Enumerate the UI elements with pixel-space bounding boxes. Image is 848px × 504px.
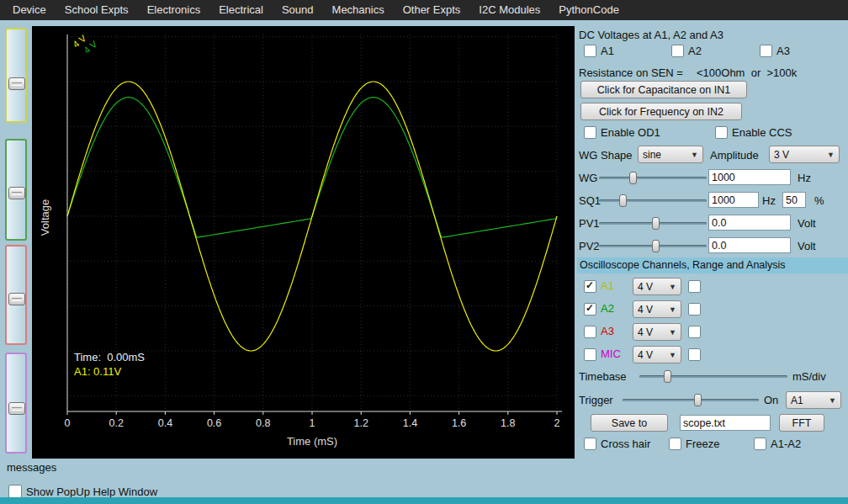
frequency-button[interactable]: Click for Frequency on IN2 xyxy=(580,103,742,120)
fft-button[interactable]: FFT xyxy=(779,414,824,432)
slider-handle[interactable] xyxy=(664,370,671,383)
amplitude-value: 3 V xyxy=(774,149,789,161)
slider-track xyxy=(599,199,707,202)
channel-mic-label: MIC xyxy=(601,347,621,360)
menu-i2c-modules[interactable]: I2C Modules xyxy=(469,0,549,20)
menu-school-expts[interactable]: School Expts xyxy=(56,0,138,20)
wg-frequency-input[interactable] xyxy=(708,169,791,185)
slider-handle[interactable] xyxy=(8,402,25,415)
show-popup-help-checkbox[interactable]: Show PopUp Help Window xyxy=(8,485,157,498)
dc-a2-label: A2 xyxy=(688,45,702,57)
channel-a1-enable-checkbox[interactable] xyxy=(584,280,596,293)
svg-text:1: 1 xyxy=(310,417,315,429)
channel-a2-offset-slider[interactable] xyxy=(5,139,27,241)
channel-a1-range-select[interactable]: 4 V▼ xyxy=(633,278,681,295)
chevron-down-icon: ▼ xyxy=(691,151,698,159)
wg-unit-label: Hz xyxy=(798,172,811,184)
dc-a2-checkbox[interactable]: A2 xyxy=(671,45,702,57)
trigger-slider[interactable] xyxy=(623,394,759,406)
slider-track xyxy=(599,177,707,179)
channel-a3-range-value: 4 V xyxy=(638,326,653,338)
checkbox-box xyxy=(669,438,681,450)
pv1-unit-label: Volt xyxy=(798,217,816,230)
pv2-slider[interactable] xyxy=(599,240,707,252)
pv2-unit-label: Volt xyxy=(798,240,816,252)
enable-od1-checkbox[interactable]: Enable OD1 xyxy=(584,126,660,139)
channel-a3-offset-slider[interactable] xyxy=(5,245,27,345)
show-popup-help-label: Show PopUp Help Window xyxy=(26,485,157,498)
a1-a2-checkbox[interactable]: A1-A2 xyxy=(754,438,801,450)
channel-mic-enable-checkbox[interactable] xyxy=(584,348,596,361)
channel-mic-analysis-checkbox[interactable] xyxy=(688,348,701,361)
pv2-input[interactable] xyxy=(708,237,791,253)
menu-electronics[interactable]: Electronics xyxy=(138,0,210,20)
wg-slider[interactable] xyxy=(599,172,707,184)
channel-mic-range-value: 4 V xyxy=(638,349,653,361)
menu-other-expts[interactable]: Other Expts xyxy=(394,0,470,20)
crosshair-checkbox[interactable]: Cross hair xyxy=(584,438,650,450)
svg-text:0: 0 xyxy=(65,417,71,429)
dc-a3-label: A3 xyxy=(776,45,790,57)
channel-mic-offset-slider[interactable] xyxy=(5,353,27,454)
slider-handle[interactable] xyxy=(8,77,25,90)
scope-plot[interactable]: 00.20.40.60.811.21.41.61.82 Voltage Time… xyxy=(32,26,575,459)
svg-text:1.8: 1.8 xyxy=(501,417,515,429)
y-axis-label: Voltage xyxy=(39,199,51,236)
channel-a2-range-value: 4 V xyxy=(638,304,653,316)
checkbox-box xyxy=(715,126,728,139)
dc-a1-checkbox[interactable]: A1 xyxy=(584,45,614,57)
checkbox-box xyxy=(671,45,684,57)
trigger-channel-value: A1 xyxy=(791,395,803,406)
checkbox-box xyxy=(584,45,596,57)
sq1-duty-input[interactable] xyxy=(782,192,806,208)
slider-handle[interactable] xyxy=(694,394,702,406)
cursor-time-readout: Time: 0.00mS xyxy=(74,351,145,363)
pv1-slider[interactable] xyxy=(599,217,707,230)
channel-a1-offset-slider[interactable] xyxy=(5,28,27,123)
slider-handle[interactable] xyxy=(8,187,25,199)
chevron-down-icon: ▼ xyxy=(827,151,835,159)
amplitude-select[interactable]: 3 V ▼ xyxy=(769,146,840,163)
menu-pythoncode[interactable]: PythonCode xyxy=(549,0,628,20)
trigger-channel-select[interactable]: A1 ▼ xyxy=(786,391,841,409)
channel-a2-label: A2 xyxy=(601,302,614,315)
channel-a3-range-select[interactable]: 4 V▼ xyxy=(633,323,681,341)
sq1-slider[interactable] xyxy=(599,194,707,207)
dc-a3-checkbox[interactable]: A3 xyxy=(760,45,790,57)
wg-shape-select[interactable]: sine ▼ xyxy=(638,146,703,163)
timebase-slider[interactable] xyxy=(639,370,787,383)
channel-a2-enable-checkbox[interactable] xyxy=(584,303,596,316)
filename-input[interactable] xyxy=(680,415,771,431)
slider-handle[interactable] xyxy=(619,194,627,207)
channel-a3-enable-checkbox[interactable] xyxy=(584,326,596,338)
menu-sound[interactable]: Sound xyxy=(273,0,323,20)
pv1-input[interactable] xyxy=(708,215,791,231)
menu-electrical[interactable]: Electrical xyxy=(209,0,273,20)
slider-handle[interactable] xyxy=(8,293,25,305)
enable-ccs-label: Enable CCS xyxy=(732,126,792,139)
channel-a1-analysis-checkbox[interactable] xyxy=(688,280,701,293)
svg-text:0.2: 0.2 xyxy=(109,417,124,429)
trigger-on-label: On xyxy=(764,394,778,406)
channel-mic-range-select[interactable]: 4 V▼ xyxy=(633,346,681,363)
channel-a2-range-select[interactable]: 4 V▼ xyxy=(633,300,681,318)
enable-ccs-checkbox[interactable]: Enable CCS xyxy=(715,126,792,139)
save-button[interactable]: Save to xyxy=(591,414,668,432)
freeze-checkbox[interactable]: Freeze xyxy=(669,438,719,450)
svg-text:0.8: 0.8 xyxy=(256,417,270,429)
checkbox-box xyxy=(584,438,596,450)
channels-section-header: Oscilloscope Channels, Range and Analysi… xyxy=(577,257,848,273)
channel-row-a1: A14 V▼ xyxy=(577,278,848,296)
slider-handle[interactable] xyxy=(629,172,637,184)
channel-a3-analysis-checkbox[interactable] xyxy=(688,326,701,338)
channel-a2-analysis-checkbox[interactable] xyxy=(688,303,701,316)
slider-handle[interactable] xyxy=(652,217,660,230)
sq1-frequency-input[interactable] xyxy=(708,192,759,208)
slider-handle[interactable] xyxy=(652,240,660,252)
svg-text:1.4: 1.4 xyxy=(403,417,417,429)
menu-device[interactable]: Device xyxy=(3,0,56,20)
capacitance-button[interactable]: Click for Capacitance on IN1 xyxy=(580,81,747,98)
slider-track xyxy=(623,399,759,401)
menu-mechanics[interactable]: Mechanics xyxy=(323,0,394,20)
chevron-down-icon: ▼ xyxy=(669,328,676,337)
